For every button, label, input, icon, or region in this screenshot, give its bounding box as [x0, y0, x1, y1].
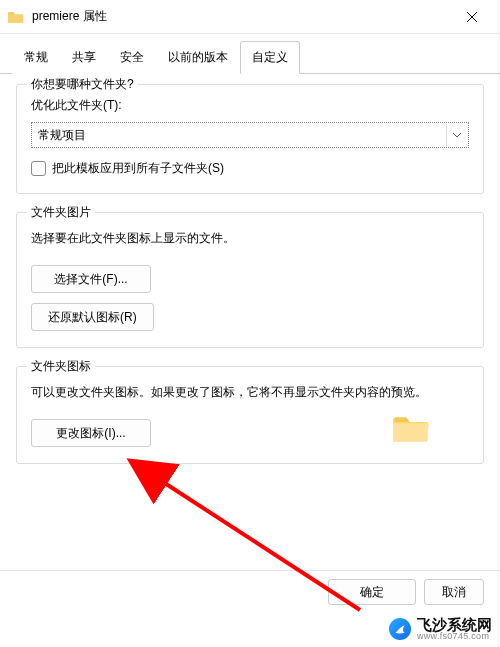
- apply-template-row[interactable]: 把此模板应用到所有子文件夹(S): [31, 160, 469, 177]
- folder-preview-icon: [393, 413, 429, 443]
- tab-customize[interactable]: 自定义: [240, 41, 300, 74]
- group-folder-type-title: 你想要哪种文件夹?: [27, 76, 138, 93]
- watermark-name: 飞沙系统网: [417, 617, 492, 632]
- chevron-down-icon: [446, 124, 466, 146]
- content-area: 你想要哪种文件夹? 优化此文件夹(T): 常规项目 把此模板应用到所有子文件夹(…: [0, 74, 500, 498]
- titlebar: premiere 属性: [0, 0, 500, 34]
- restore-default-button[interactable]: 还原默认图标(R): [31, 303, 154, 331]
- folder-picture-desc: 选择要在此文件夹图标上显示的文件。: [31, 229, 469, 247]
- tab-security[interactable]: 安全: [108, 41, 156, 74]
- close-button[interactable]: [452, 2, 492, 32]
- tabs: 常规 共享 安全 以前的版本 自定义: [0, 40, 500, 74]
- apply-template-label: 把此模板应用到所有子文件夹(S): [52, 160, 224, 177]
- watermark-logo-icon: [389, 618, 411, 640]
- window-title: premiere 属性: [32, 8, 452, 25]
- optimize-label: 优化此文件夹(T):: [31, 97, 469, 114]
- optimize-select-value: 常规项目: [38, 127, 86, 144]
- group-folder-icon-title: 文件夹图标: [27, 358, 95, 375]
- cancel-button[interactable]: 取消: [424, 579, 484, 605]
- choose-file-button[interactable]: 选择文件(F)...: [31, 265, 151, 293]
- ok-button[interactable]: 确定: [328, 579, 416, 605]
- apply-template-checkbox[interactable]: [31, 161, 46, 176]
- group-folder-icon: 文件夹图标 可以更改文件夹图标。如果更改了图标，它将不再显示文件夹内容的预览。 …: [16, 366, 484, 464]
- watermark: 飞沙系统网 www.fs0745.com: [385, 615, 496, 643]
- group-folder-picture-title: 文件夹图片: [27, 204, 95, 221]
- folder-icon-desc: 可以更改文件夹图标。如果更改了图标，它将不再显示文件夹内容的预览。: [31, 383, 469, 401]
- change-icon-button[interactable]: 更改图标(I)...: [31, 419, 151, 447]
- tab-general[interactable]: 常规: [12, 41, 60, 74]
- folder-icon: [8, 9, 24, 25]
- watermark-url: www.fs0745.com: [417, 632, 492, 641]
- tab-previous-versions[interactable]: 以前的版本: [156, 41, 240, 74]
- optimize-select[interactable]: 常规项目: [31, 122, 469, 148]
- tab-sharing[interactable]: 共享: [60, 41, 108, 74]
- close-icon: [466, 11, 478, 23]
- group-folder-type: 你想要哪种文件夹? 优化此文件夹(T): 常规项目 把此模板应用到所有子文件夹(…: [16, 84, 484, 194]
- group-folder-picture: 文件夹图片 选择要在此文件夹图标上显示的文件。 选择文件(F)... 还原默认图…: [16, 212, 484, 348]
- dialog-footer: 确定 取消: [0, 570, 500, 613]
